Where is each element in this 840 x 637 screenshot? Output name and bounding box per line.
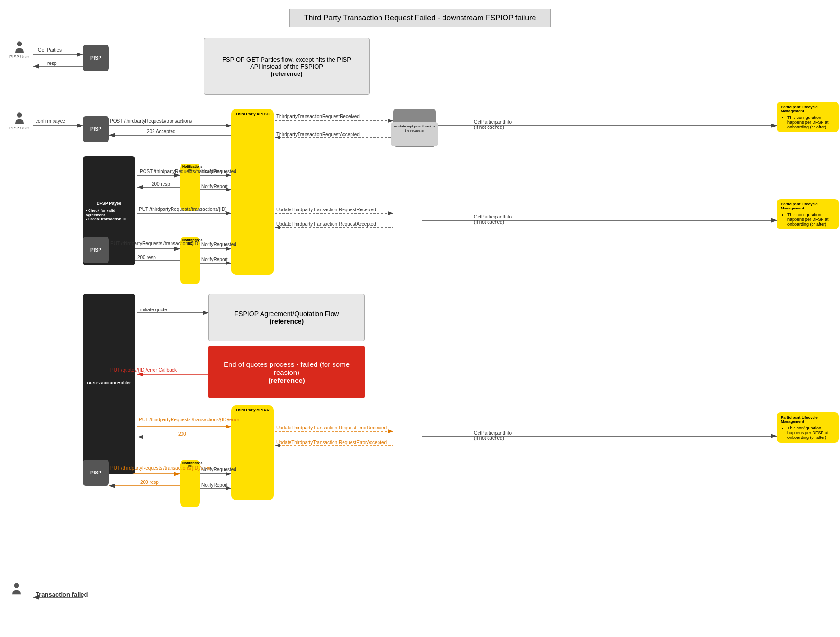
label-200-3: 200 — [178, 431, 186, 437]
label-200-resp-1: 200 resp — [152, 182, 170, 187]
label-thirdparty-received: ThirdpartyTransactionRequestReceived — [276, 114, 360, 119]
label-put-transactions-id: PUT /thirdpartyRequests/transactions/{ID… — [139, 207, 226, 212]
plm-box-3: Participant Lifecycle Management This co… — [777, 412, 839, 443]
label-notify-report-2: NotifyReport — [201, 257, 228, 262]
svg-point-39 — [14, 583, 19, 588]
label-resp: resp — [47, 61, 56, 66]
label-get-parties: Get Parties — [38, 47, 62, 53]
actor-label-2: PISP User — [9, 126, 29, 130]
label-put-error-2: PUT /thirdpartyRequests /transactions/{I… — [110, 465, 211, 471]
third-party-api-bc-1: Third Party API BC — [231, 109, 274, 275]
label-202-accepted: 202 Accepted — [147, 129, 176, 134]
third-party-bc-label-1: Third Party API BC — [233, 111, 272, 117]
label-confirm-payee: confirm payee — [36, 118, 65, 124]
label-200-resp-2: 200 resp — [137, 255, 156, 260]
label-initiate-quote: initiate quote — [140, 307, 167, 312]
pisp-box-1: PISP — [83, 45, 109, 71]
label-notify-report-3: NotifyReport — [201, 482, 228, 488]
label-put-transactions-error: PUT /thirdpartyRequests /transactions/{I… — [139, 417, 239, 422]
label-get-participant-3: GetParticipantInfo(If not cached) — [474, 430, 512, 441]
actor-pisp-user-3 — [9, 582, 24, 596]
label-update-received: UpdateThirdpartyTransaction RequestRecei… — [276, 207, 376, 212]
label-update-error-received: UpdateThirdpartyTransaction RequestError… — [276, 425, 387, 430]
dfsp-account-holder-box: DFSP Account Holder — [83, 294, 135, 474]
actor-pisp-user-1: PISP User — [9, 40, 29, 59]
label-thirdparty-accepted: ThirdpartyTransactionRequestAccepted — [276, 132, 360, 137]
pisp-box-4: PISP — [83, 460, 109, 486]
label-update-error-accepted: UpdateThirdpartyTransaction RequestError… — [276, 440, 387, 445]
end-of-quotes-red-box: End of quotes process - failed (for some… — [208, 346, 365, 398]
label-notify-req-3: NotifyRequested — [201, 467, 236, 472]
label-post-transactions: POST /thirdpartyRequests/transactions — [110, 118, 192, 124]
mid-reference-box: FSPIOP Agreement/Quotation Flow (referen… — [208, 294, 365, 341]
pisp-box-3: PISP — [83, 237, 109, 263]
svg-point-37 — [17, 41, 22, 46]
top-reference-box: FSPIOP GET Parties flow, except hits the… — [204, 38, 370, 95]
svg-point-38 — [17, 112, 22, 118]
transaction-failed-label: Transaction failed — [36, 591, 88, 598]
main-title: Third Party Transaction Request Failed -… — [289, 9, 551, 27]
plm-box-1: Participant Lifecycle Management This co… — [777, 102, 839, 132]
plm-box-2: Participant Lifecycle Management This co… — [777, 199, 839, 229]
label-notify-report-1: NotifyReport — [201, 184, 228, 189]
no-state-box: no state kept pass it back to the reques… — [391, 122, 438, 146]
label-get-participant-1: GetParticipantInfo(If not cached) — [474, 119, 512, 130]
label-put-quotes-error: PUT /quotes/{ID}/error Callback — [110, 367, 177, 373]
label-put-pisp: PUT /thirdpartyRequests /transactions/{I… — [110, 241, 199, 246]
label-200-resp-4: 200 resp — [140, 480, 159, 485]
pisp-box-2: PISP — [83, 116, 109, 142]
actor-label-1: PISP User — [9, 55, 29, 59]
label-update-accepted: UpdateThirdpartyTransaction RequestAccep… — [276, 221, 376, 227]
diagram-container: Third Party Transaction Request Failed -… — [0, 0, 840, 637]
label-notify-req-1: NotifyRequested — [201, 169, 236, 174]
label-get-participant-2: GetParticipantInfo(If not cached) — [474, 214, 512, 225]
label-notify-req-2: NotifyRequested — [201, 242, 236, 247]
actor-pisp-user-2: PISP User — [9, 111, 29, 130]
